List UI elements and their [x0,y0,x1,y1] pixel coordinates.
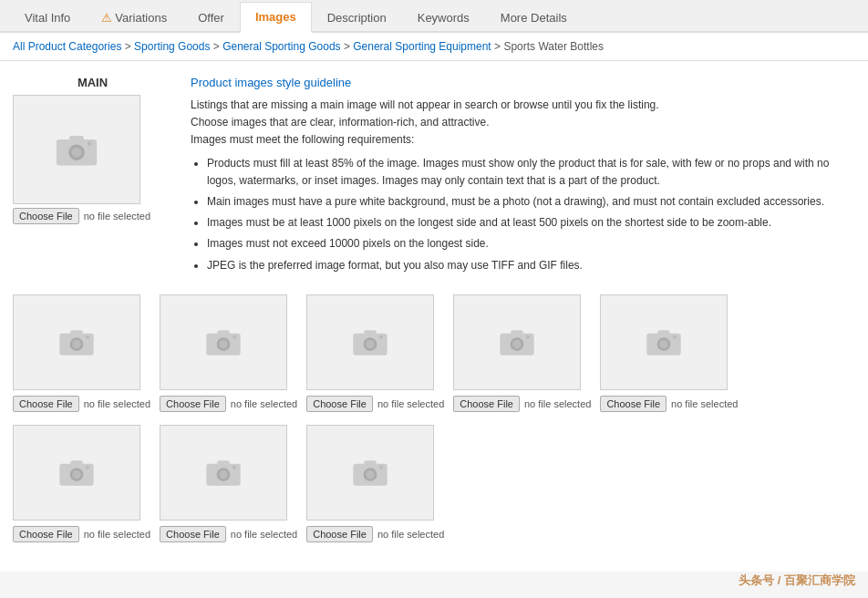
image-cell-1: Choose File no file selected [13,294,150,412]
svg-point-44 [379,466,383,469]
svg-rect-28 [658,331,670,335]
svg-rect-23 [512,331,523,335]
image-cell-5: Choose File no file selected [600,294,738,412]
svg-rect-13 [217,331,229,335]
svg-point-22 [513,340,522,348]
main-file-input-row: Choose File no file selected [13,208,172,224]
svg-rect-38 [217,461,229,466]
camera-icon-8 [352,458,388,487]
guideline-area: Product images style guideline Listings … [191,76,855,278]
additional-images: Choose File no file selected [13,294,855,542]
guideline-text: Listings that are missing a main image w… [191,97,855,274]
file-input-row-6: Choose File no file selected [13,526,150,542]
svg-point-27 [660,340,668,348]
choose-file-btn-7[interactable]: Choose File [160,526,226,542]
breadcrumb-general-sporting[interactable]: General Sporting Goods [222,40,340,53]
tab-bar: Vital Info ⚠Variations Offer Images Desc… [0,0,868,33]
breadcrumb-current: Sports Water Bottles [503,40,604,53]
image-cell-4: Choose File no file selected [453,294,591,412]
file-input-row-7: Choose File no file selected [160,526,297,542]
image-row-1: Choose File no file selected [13,294,855,412]
image-cell-6: Choose File no file selected [13,425,150,542]
camera-icon-main [55,132,98,167]
svg-point-12 [219,340,227,348]
image-cell-2: Choose File no file selected [160,294,297,412]
image-box-grid-3 [306,294,434,390]
svg-rect-3 [69,136,84,141]
file-input-row-1: Choose File no file selected [13,396,150,412]
tab-images[interactable]: Images [240,2,312,33]
no-file-label-7: no file selected [231,529,297,540]
file-input-row-5: Choose File no file selected [600,396,738,412]
guideline-list: Products must fill at least 85% of the i… [207,155,855,274]
image-row-2: Choose File no file selected [13,425,855,542]
breadcrumb-general-equipment[interactable]: General Sporting Equipment [353,40,491,53]
tab-variations[interactable]: ⚠Variations [86,3,182,32]
camera-icon-1 [58,327,95,356]
svg-point-39 [232,466,236,469]
choose-file-btn-4[interactable]: Choose File [453,396,520,412]
main-content: MAIN Choose File no file selected [0,61,868,572]
breadcrumb-all-categories[interactable]: All Product Categories [13,40,121,53]
svg-point-32 [72,470,80,479]
tab-description[interactable]: Description [312,3,402,32]
guideline-item-4: Images must not exceed 10000 pixels on t… [207,235,855,253]
main-no-file-label: no file selected [84,211,150,222]
file-input-row-3: Choose File no file selected [306,396,444,412]
svg-rect-33 [70,461,82,466]
tab-keywords[interactable]: Keywords [402,3,485,32]
breadcrumb-sep4: > [494,40,503,53]
main-image-box [13,95,140,204]
images-section: MAIN Choose File no file selected [13,76,855,278]
breadcrumb-sep1: > [125,40,134,53]
image-box-grid-8 [306,425,434,521]
svg-point-37 [219,470,227,479]
main-image-area: MAIN Choose File no file selected [13,76,172,278]
tab-more-details[interactable]: More Details [485,3,583,32]
svg-point-24 [526,335,530,339]
tab-vital-info[interactable]: Vital Info [9,3,86,32]
breadcrumb-sep3: > [344,40,353,53]
choose-file-btn-5[interactable]: Choose File [600,396,666,412]
guideline-item-3: Images must be at least 1000 pixels on t… [207,214,855,232]
image-cell-8: Choose File no file selected [306,425,444,542]
no-file-label-1: no file selected [84,398,150,409]
image-box-grid-4 [453,294,581,390]
no-file-label-5: no file selected [671,398,738,409]
choose-file-btn-1[interactable]: Choose File [13,396,79,412]
choose-file-btn-3[interactable]: Choose File [306,396,373,412]
breadcrumb-sporting-goods[interactable]: Sporting Goods [134,40,210,53]
warning-icon: ⚠ [101,11,112,25]
svg-point-7 [72,340,80,348]
svg-point-29 [673,335,677,339]
svg-point-4 [88,141,92,146]
tab-offer[interactable]: Offer [182,3,240,32]
main-choose-file-btn[interactable]: Choose File [13,208,79,224]
image-cell-3: Choose File no file selected [306,294,444,412]
camera-icon-6 [58,458,95,487]
file-input-row-2: Choose File no file selected [160,396,297,412]
svg-point-34 [86,466,89,469]
choose-file-btn-2[interactable]: Choose File [160,396,226,412]
svg-point-14 [232,335,236,339]
no-file-label-2: no file selected [231,398,297,409]
image-box-grid-5 [600,294,728,390]
guideline-title[interactable]: Product images style guideline [191,76,855,89]
svg-point-19 [379,335,383,339]
svg-point-2 [71,148,81,158]
svg-rect-18 [365,331,377,335]
svg-point-17 [367,340,375,348]
breadcrumb: All Product Categories > Sporting Goods … [0,33,868,61]
svg-point-9 [86,335,89,339]
no-file-label-6: no file selected [84,529,150,540]
camera-icon-3 [352,327,388,356]
guideline-intro: Listings that are missing a main image w… [191,97,855,150]
choose-file-btn-6[interactable]: Choose File [13,526,79,542]
choose-file-btn-8[interactable]: Choose File [306,526,373,542]
image-box-grid-1 [13,294,140,390]
no-file-label-4: no file selected [524,398,591,409]
main-label: MAIN [13,76,172,89]
image-box-grid-6 [13,425,140,521]
image-box-grid-2 [160,294,287,390]
camera-icon-5 [646,327,682,356]
